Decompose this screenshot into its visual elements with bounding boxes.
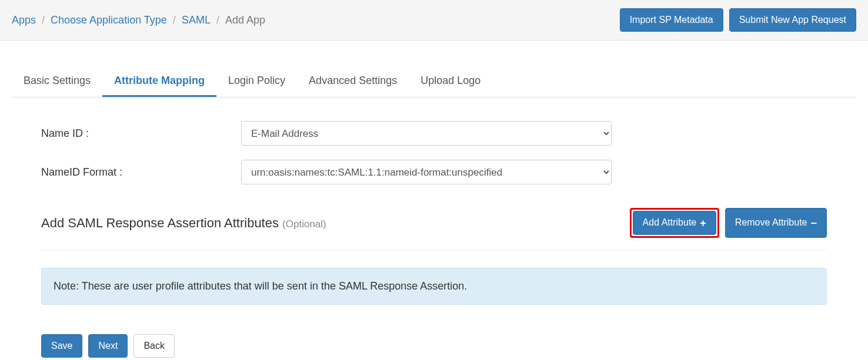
section-title-text: Add SAML Response Assertion Attributes [41, 216, 279, 230]
breadcrumb: Apps / Choose Application Type / SAML / … [12, 14, 265, 26]
tab-login-policy[interactable]: Login Policy [216, 66, 297, 97]
breadcrumb-apps[interactable]: Apps [12, 14, 36, 26]
name-id-select[interactable]: E-Mail Address [241, 121, 612, 146]
nameid-format-select[interactable]: urn:oasis:names:tc:SAML:1.1:nameid-forma… [241, 160, 612, 184]
breadcrumb-sep: / [173, 14, 176, 26]
tab-attribute-mapping[interactable]: Attribute Mapping [102, 66, 216, 97]
attribute-buttons: Add Attribute + Remove Attribute − [630, 208, 827, 237]
breadcrumb-sep: / [216, 14, 219, 26]
tab-upload-logo[interactable]: Upload Logo [409, 66, 492, 97]
name-id-label: Name ID : [41, 127, 241, 140]
back-button[interactable]: Back [133, 334, 175, 358]
note-box: Note: These are user profile attributes … [41, 268, 827, 305]
section-title-optional: (Optional) [282, 218, 326, 230]
submit-new-app-request-button[interactable]: Submit New App Request [729, 8, 856, 32]
assertion-attributes-header: Add SAML Response Assertion Attributes (… [41, 208, 827, 237]
plus-icon: + [700, 218, 706, 228]
form-area: Name ID : E-Mail Address NameID Format :… [12, 121, 856, 358]
top-bar: Apps / Choose Application Type / SAML / … [0, 0, 868, 41]
nameid-format-label: NameID Format : [41, 166, 241, 179]
import-sp-metadata-button[interactable]: Import SP Metadata [620, 8, 723, 32]
nameid-format-row: NameID Format : urn:oasis:names:tc:SAML:… [41, 160, 827, 184]
top-actions: Import SP Metadata Submit New App Reques… [620, 8, 856, 32]
divider [41, 250, 827, 250]
tab-advanced-settings[interactable]: Advanced Settings [297, 66, 409, 97]
footer-buttons: Save Next Back [41, 334, 827, 358]
breadcrumb-sep: / [42, 14, 45, 26]
add-attribute-button[interactable]: Add Attribute + [633, 211, 716, 234]
tabs: Basic Settings Attribute Mapping Login P… [12, 66, 856, 97]
add-attribute-highlight: Add Attribute + [630, 208, 719, 237]
next-button[interactable]: Next [88, 334, 128, 358]
assertion-attributes-title: Add SAML Response Assertion Attributes (… [41, 216, 326, 231]
breadcrumb-choose-type[interactable]: Choose Application Type [51, 14, 167, 26]
page-content: Basic Settings Attribute Mapping Login P… [0, 41, 868, 360]
remove-attribute-label: Remove Attribute [735, 216, 807, 229]
name-id-row: Name ID : E-Mail Address [41, 121, 827, 146]
save-button[interactable]: Save [41, 334, 82, 358]
tab-basic-settings[interactable]: Basic Settings [12, 66, 102, 97]
breadcrumb-saml[interactable]: SAML [182, 14, 211, 26]
remove-attribute-button[interactable]: Remove Attribute − [725, 208, 827, 237]
breadcrumb-current: Add App [225, 14, 265, 26]
minus-icon: − [810, 218, 817, 228]
add-attribute-label: Add Attribute [643, 216, 697, 229]
